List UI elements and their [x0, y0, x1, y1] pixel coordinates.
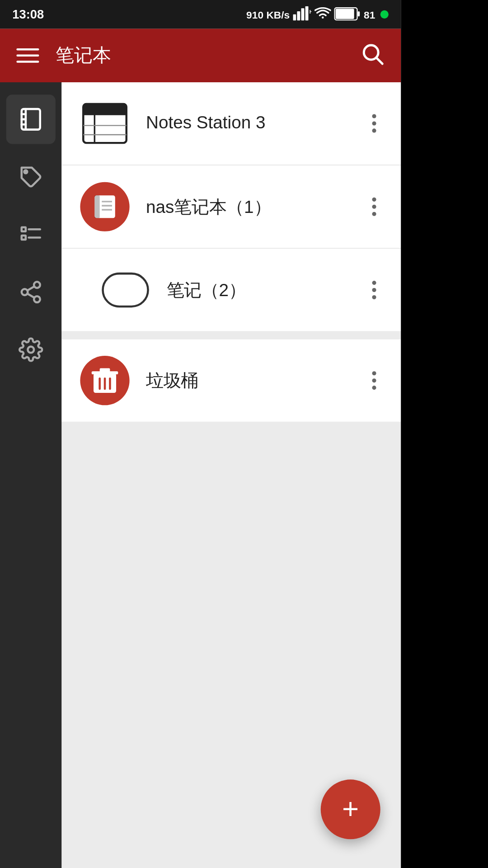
notes-icon	[102, 273, 149, 307]
wifi-icon	[314, 7, 331, 22]
station-icon	[82, 103, 127, 144]
status-icons: 910 KB/s HD	[246, 6, 389, 23]
sidebar-item-tags[interactable]	[6, 152, 56, 202]
trash-more-button[interactable]	[364, 367, 384, 394]
top-bar: 笔记本	[0, 29, 401, 82]
svg-line-23	[27, 294, 34, 298]
nas-notebook-icon-wrap	[78, 180, 131, 233]
sidebar-item-share[interactable]	[6, 267, 56, 316]
battery-icon	[334, 7, 361, 22]
svg-rect-33	[94, 195, 99, 218]
notes-station-more-button[interactable]	[364, 110, 384, 137]
sidebar-item-tasks[interactable]	[6, 210, 56, 259]
battery-level: 81	[364, 9, 375, 20]
trash-icon-wrap	[78, 354, 131, 407]
svg-point-15	[24, 170, 27, 173]
svg-rect-6	[335, 8, 354, 19]
notes-label: 笔记（2）	[167, 278, 364, 302]
trash-group: 垃圾桶	[61, 340, 401, 422]
trash-label: 垃圾桶	[146, 369, 364, 392]
svg-rect-39	[100, 368, 110, 372]
notes-station-group: Notes Station 3	[61, 82, 401, 331]
svg-line-24	[27, 287, 34, 291]
nas-notebook-more-button[interactable]	[364, 193, 384, 220]
svg-rect-28	[83, 111, 127, 115]
list-item-nas-notebook[interactable]: nas笔记本（1）	[61, 165, 401, 249]
add-button[interactable]: +	[321, 779, 380, 839]
svg-rect-3	[305, 6, 308, 21]
tag-icon	[19, 165, 43, 189]
svg-rect-7	[357, 11, 360, 16]
page-title: 笔记本	[56, 43, 360, 68]
notes-icon-wrap	[99, 263, 152, 316]
signal-icon: HD	[293, 6, 311, 23]
nas-notebook-label: nas笔记本（1）	[146, 195, 364, 218]
share-icon	[19, 280, 43, 305]
list-icon	[19, 222, 43, 247]
notes-station-label: Notes Station 3	[146, 113, 364, 133]
notes-station-icon-wrap	[78, 97, 131, 150]
section-divider	[61, 331, 401, 340]
notes-more-button[interactable]	[364, 277, 384, 303]
add-icon: +	[342, 795, 359, 824]
menu-button[interactable]	[16, 48, 39, 63]
trash-icon	[80, 356, 129, 405]
status-time: 13:08	[12, 7, 44, 22]
svg-rect-18	[22, 236, 26, 240]
list-item-trash[interactable]: 垃圾桶	[61, 340, 401, 422]
settings-icon	[19, 337, 43, 362]
content-area: Notes Station 3	[61, 82, 401, 868]
network-speed: 910 KB/s	[246, 9, 290, 20]
svg-point-25	[28, 347, 34, 353]
svg-rect-2	[301, 8, 304, 20]
svg-rect-16	[22, 227, 26, 231]
svg-line-9	[377, 58, 383, 64]
search-button[interactable]	[360, 41, 385, 70]
dot-indicator	[380, 10, 389, 19]
sidebar	[0, 82, 61, 868]
main-layout: Notes Station 3	[0, 82, 401, 868]
svg-text:HD: HD	[309, 9, 311, 14]
sidebar-item-settings[interactable]	[6, 325, 56, 374]
sidebar-item-notebook[interactable]	[6, 94, 56, 144]
svg-rect-1	[297, 11, 300, 20]
notebook-icon	[19, 107, 43, 132]
list-item-notes[interactable]: 笔记（2）	[61, 249, 401, 331]
svg-rect-0	[293, 14, 296, 21]
status-bar: 13:08 910 KB/s HD	[0, 0, 401, 29]
nas-notebook-icon	[80, 182, 129, 231]
list-item-notes-station[interactable]: Notes Station 3	[61, 82, 401, 165]
